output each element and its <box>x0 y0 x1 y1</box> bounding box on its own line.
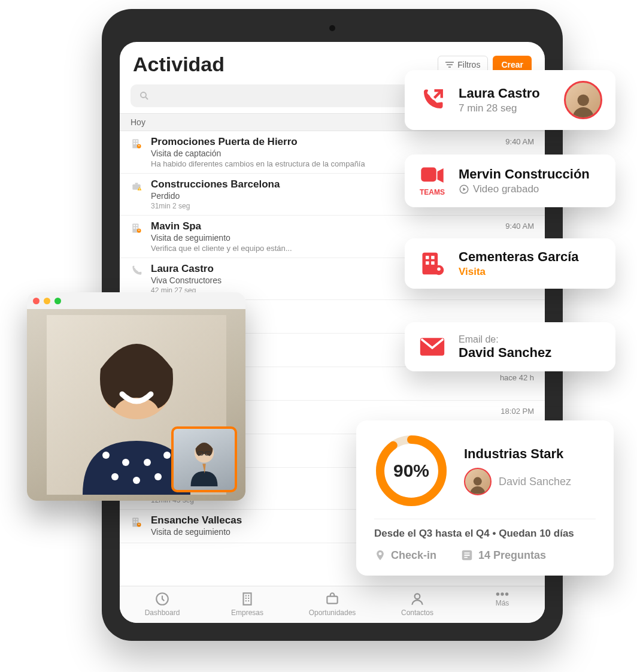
svg-point-52 <box>379 552 382 555</box>
email-name: David Sanchez <box>459 345 602 361</box>
opportunity-title: Industrias Stark <box>464 446 571 462</box>
card-email[interactable]: Email de: David Sanchez <box>405 322 615 371</box>
avatar <box>464 468 492 495</box>
tab-contactos[interactable]: Contactos <box>375 591 460 617</box>
tab-label: Contactos <box>375 609 460 617</box>
questions-action[interactable]: 14 Preguntas <box>460 548 546 562</box>
svg-rect-4 <box>136 140 138 142</box>
card-call[interactable]: Laura Castro 7 min 28 seg <box>405 70 615 130</box>
row-time: hace 42 h <box>500 372 534 382</box>
tab-label: Empresas <box>205 609 290 617</box>
checklist-icon <box>460 549 474 562</box>
opportunity-person-name: David Sanchez <box>499 476 571 488</box>
page-title: Actividad <box>133 53 225 76</box>
tablet-camera <box>329 25 335 31</box>
tab-empresas[interactable]: Empresas <box>205 591 290 617</box>
building-pin-icon <box>418 250 447 277</box>
envelope-icon <box>418 337 447 357</box>
progress-ring: 90% <box>374 434 448 508</box>
opportunity-actions: Check-in 14 Preguntas <box>374 548 596 562</box>
row-time: 9:40 AM <box>505 136 534 146</box>
opportunity-person: David Sanchez <box>464 468 571 495</box>
svg-point-57 <box>122 459 129 466</box>
tab-label: Dashboard <box>120 609 205 617</box>
svg-point-59 <box>163 452 171 459</box>
call-name: Laura Castro <box>459 86 552 101</box>
close-dot[interactable] <box>33 298 40 304</box>
divider <box>374 519 596 519</box>
tab-dashboard[interactable]: Dashboard <box>120 591 205 617</box>
row-time: 9:40 AM <box>505 220 534 231</box>
email-pre: Email de: <box>459 334 602 345</box>
svg-line-1 <box>145 97 148 99</box>
row-title: Mavin Spa <box>151 220 498 232</box>
checkin-action[interactable]: Check-in <box>374 548 436 562</box>
card-body: Mervin Construcción Video grabado <box>459 167 602 195</box>
card-video[interactable]: TEAMS Mervin Construcción Video grabado <box>405 155 615 207</box>
maximize-dot[interactable] <box>54 298 61 304</box>
tab-oportunidades[interactable]: Oportunidades <box>290 591 375 617</box>
window-titlebar <box>27 292 245 309</box>
video-name: Mervin Construcción <box>459 167 602 182</box>
svg-rect-3 <box>134 140 135 142</box>
svg-rect-15 <box>136 225 138 226</box>
svg-point-34 <box>415 594 420 599</box>
video-sub: Video grabado <box>459 183 602 195</box>
tab-bar: DashboardEmpresasOportunidadesContactosM… <box>120 586 545 623</box>
row-icon <box>131 220 144 237</box>
play-circle-icon <box>459 184 469 195</box>
svg-point-61 <box>133 477 140 484</box>
location-pin-icon <box>374 548 386 562</box>
card-body: Email de: David Sanchez <box>459 333 602 361</box>
svg-rect-10 <box>135 183 138 184</box>
call-duration: 7 min 28 seg <box>459 102 552 114</box>
card-opportunity[interactable]: 90% Industrias Stark David Sanchez Desde… <box>356 420 614 576</box>
svg-rect-33 <box>327 597 337 604</box>
avatar <box>564 81 602 119</box>
svg-rect-14 <box>134 225 135 226</box>
opportunity-info: Industrias Stark David Sanchez <box>464 446 571 495</box>
svg-rect-12 <box>139 189 139 190</box>
svg-rect-27 <box>134 521 135 523</box>
svg-rect-5 <box>134 143 135 144</box>
row-icon <box>131 514 144 531</box>
svg-rect-42 <box>426 256 429 259</box>
tab-label: Oportunidades <box>290 609 375 617</box>
search-icon <box>139 90 150 101</box>
minimize-dot[interactable] <box>44 298 50 304</box>
svg-point-62 <box>154 473 162 480</box>
person-illustration <box>177 432 231 486</box>
svg-point-47 <box>437 267 441 271</box>
svg-rect-39 <box>421 167 436 181</box>
progress-percent: 90% <box>374 434 448 508</box>
video-pip[interactable] <box>171 426 237 492</box>
opportunity-range: Desde el Q3 hasta el Q4 • Quedan 10 días <box>374 528 596 540</box>
svg-point-30 <box>138 523 139 525</box>
svg-rect-28 <box>136 521 138 523</box>
card-visit[interactable]: Cementeras García Visita <box>405 238 615 289</box>
visit-name: Cementeras García <box>459 249 602 265</box>
filter-icon <box>445 62 454 68</box>
row-title: Promociones Puerta de Hierro <box>151 136 498 148</box>
svg-rect-17 <box>136 227 138 229</box>
video-icon: TEAMS <box>418 165 447 196</box>
video-call-window[interactable] <box>27 292 245 501</box>
svg-rect-25 <box>134 519 135 520</box>
filters-label: Filtros <box>457 60 480 69</box>
svg-rect-32 <box>244 593 251 605</box>
video-main <box>27 309 245 501</box>
svg-point-56 <box>102 452 110 459</box>
svg-rect-43 <box>431 256 435 259</box>
svg-point-35 <box>496 592 499 595</box>
svg-rect-11 <box>139 188 139 189</box>
row-icon <box>131 136 144 152</box>
svg-point-37 <box>505 592 508 595</box>
svg-rect-6 <box>136 143 138 144</box>
svg-point-0 <box>141 92 146 98</box>
tab-más[interactable]: Más <box>460 591 545 617</box>
teams-tag: TEAMS <box>420 188 445 196</box>
svg-rect-44 <box>426 261 429 265</box>
svg-point-58 <box>144 459 151 466</box>
card-body: Cementeras García Visita <box>459 249 602 278</box>
visit-sub: Visita <box>459 266 602 278</box>
